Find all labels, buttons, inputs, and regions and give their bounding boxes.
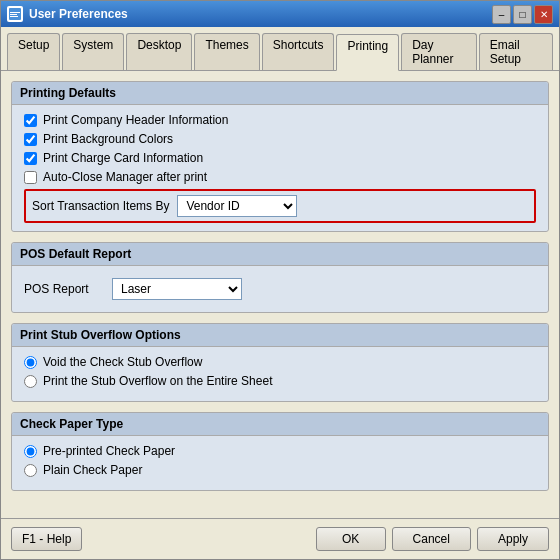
plain-check-label: Plain Check Paper bbox=[43, 463, 142, 477]
tab-printing[interactable]: Printing bbox=[336, 34, 399, 71]
pos-default-header: POS Default Report bbox=[12, 243, 548, 266]
tab-setup[interactable]: Setup bbox=[7, 33, 60, 70]
print-company-label: Print Company Header Information bbox=[43, 113, 228, 127]
stub-overflow-header: Print Stub Overflow Options bbox=[12, 324, 548, 347]
cancel-button[interactable]: Cancel bbox=[392, 527, 471, 551]
footer: F1 - Help OK Cancel Apply bbox=[1, 518, 559, 559]
plain-check-radio[interactable] bbox=[24, 464, 37, 477]
checkbox-auto-close: Auto-Close Manager after print bbox=[24, 170, 536, 184]
tab-desktop[interactable]: Desktop bbox=[126, 33, 192, 70]
print-entire-radio[interactable] bbox=[24, 375, 37, 388]
print-charge-label: Print Charge Card Information bbox=[43, 151, 203, 165]
window-icon bbox=[7, 6, 23, 22]
svg-rect-2 bbox=[10, 14, 17, 15]
title-bar: User Preferences – □ ✕ bbox=[1, 1, 559, 27]
close-button[interactable]: ✕ bbox=[534, 5, 553, 24]
minimize-button[interactable]: – bbox=[492, 5, 511, 24]
stub-overflow-body: Void the Check Stub Overflow Print the S… bbox=[12, 347, 548, 401]
printing-defaults-body: Print Company Header Information Print B… bbox=[12, 105, 548, 231]
pre-printed-row: Pre-printed Check Paper bbox=[24, 444, 536, 458]
check-paper-header: Check Paper Type bbox=[12, 413, 548, 436]
plain-check-row: Plain Check Paper bbox=[24, 463, 536, 477]
auto-close-checkbox[interactable] bbox=[24, 171, 37, 184]
check-paper-section: Check Paper Type Pre-printed Check Paper… bbox=[11, 412, 549, 491]
sort-transaction-row: Sort Transaction Items By Vendor ID Item… bbox=[24, 189, 536, 223]
void-check-label: Void the Check Stub Overflow bbox=[43, 355, 202, 369]
checkbox-print-company: Print Company Header Information bbox=[24, 113, 536, 127]
tab-shortcuts[interactable]: Shortcuts bbox=[262, 33, 335, 70]
printing-defaults-section: Printing Defaults Print Company Header I… bbox=[11, 81, 549, 232]
checkbox-print-bg: Print Background Colors bbox=[24, 132, 536, 146]
main-window: User Preferences – □ ✕ Setup System Desk… bbox=[0, 0, 560, 560]
pre-printed-label: Pre-printed Check Paper bbox=[43, 444, 175, 458]
void-check-row: Void the Check Stub Overflow bbox=[24, 355, 536, 369]
svg-rect-1 bbox=[10, 12, 20, 13]
check-paper-body: Pre-printed Check Paper Plain Check Pape… bbox=[12, 436, 548, 490]
window-title: User Preferences bbox=[29, 7, 128, 21]
print-company-checkbox[interactable] bbox=[24, 114, 37, 127]
print-entire-row: Print the Stub Overflow on the Entire Sh… bbox=[24, 374, 536, 388]
tab-day-planner[interactable]: Day Planner bbox=[401, 33, 476, 70]
tab-themes[interactable]: Themes bbox=[194, 33, 259, 70]
maximize-button[interactable]: □ bbox=[513, 5, 532, 24]
svg-rect-3 bbox=[10, 16, 18, 17]
printing-defaults-header: Printing Defaults bbox=[12, 82, 548, 105]
help-button[interactable]: F1 - Help bbox=[11, 527, 82, 551]
pos-default-section: POS Default Report POS Report Laser Inkj… bbox=[11, 242, 549, 313]
pos-default-body: POS Report Laser Inkjet Dot Matrix bbox=[12, 266, 548, 312]
content-area: Printing Defaults Print Company Header I… bbox=[1, 71, 559, 518]
stub-overflow-section: Print Stub Overflow Options Void the Che… bbox=[11, 323, 549, 402]
tab-email-setup[interactable]: Email Setup bbox=[479, 33, 553, 70]
print-entire-label: Print the Stub Overflow on the Entire Sh… bbox=[43, 374, 272, 388]
ok-button[interactable]: OK bbox=[316, 527, 386, 551]
tab-bar: Setup System Desktop Themes Shortcuts Pr… bbox=[1, 27, 559, 71]
pos-report-select[interactable]: Laser Inkjet Dot Matrix bbox=[112, 278, 242, 300]
print-bg-checkbox[interactable] bbox=[24, 133, 37, 146]
sort-select[interactable]: Vendor ID Item Name Item Number bbox=[177, 195, 297, 217]
auto-close-label: Auto-Close Manager after print bbox=[43, 170, 207, 184]
pos-report-label: POS Report bbox=[24, 282, 104, 296]
print-bg-label: Print Background Colors bbox=[43, 132, 173, 146]
apply-button[interactable]: Apply bbox=[477, 527, 549, 551]
sort-label: Sort Transaction Items By bbox=[32, 199, 169, 213]
pos-report-row: POS Report Laser Inkjet Dot Matrix bbox=[24, 274, 536, 304]
checkbox-print-charge: Print Charge Card Information bbox=[24, 151, 536, 165]
pre-printed-radio[interactable] bbox=[24, 445, 37, 458]
void-check-radio[interactable] bbox=[24, 356, 37, 369]
print-charge-checkbox[interactable] bbox=[24, 152, 37, 165]
tab-system[interactable]: System bbox=[62, 33, 124, 70]
